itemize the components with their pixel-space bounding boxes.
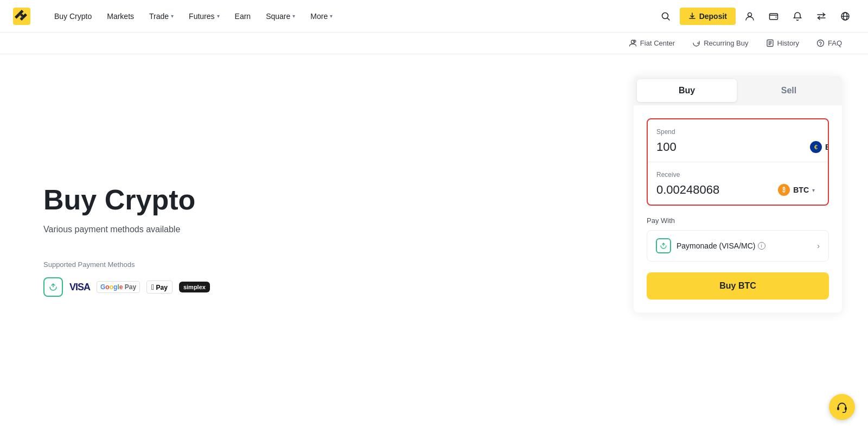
chat-button[interactable] <box>829 394 855 420</box>
nav-trade[interactable]: Trade ▾ <box>143 8 180 25</box>
nav-earn[interactable]: Earn <box>228 8 258 25</box>
page-title: Buy Crypto <box>43 184 564 217</box>
btc-currency-selector[interactable]: ₿ BTC ▾ <box>774 182 819 198</box>
widget-body: Spend € EUR ▾ Receive <box>634 105 842 313</box>
faq-icon <box>816 39 825 47</box>
svg-point-10 <box>817 40 824 47</box>
transfer-icon <box>816 11 826 21</box>
svg-point-11 <box>820 44 821 45</box>
faq-link[interactable]: FAQ <box>816 39 842 47</box>
btc-label: BTC <box>793 186 809 194</box>
spend-row: € EUR ▾ <box>656 139 819 155</box>
logo[interactable] <box>13 8 30 25</box>
profile-button[interactable] <box>740 7 760 26</box>
search-icon <box>661 11 671 21</box>
nav-links: Buy Crypto Markets Trade ▾ Futures ▾ Ear… <box>48 8 656 25</box>
navbar: Buy Crypto Markets Trade ▾ Futures ▾ Ear… <box>0 0 868 33</box>
bell-icon <box>793 11 802 21</box>
nav-more[interactable]: More ▾ <box>304 8 339 25</box>
visa-icon: VISA <box>69 278 90 296</box>
secondary-nav: Fiat Center Recurring Buy History FAQ <box>0 33 868 54</box>
recurring-buy-link[interactable]: Recurring Buy <box>692 39 748 47</box>
svg-rect-3 <box>770 14 778 20</box>
fiat-center-link[interactable]: Fiat Center <box>629 39 675 47</box>
buy-sell-widget: Buy Sell Spend € <box>634 76 842 313</box>
payment-method-left: Paymonade (VISA/MC) i <box>656 238 765 253</box>
headset-icon <box>836 401 848 413</box>
payment-methods-label: Supported Payment Methods <box>43 260 564 269</box>
svg-point-1 <box>662 12 668 18</box>
nav-buy-crypto[interactable]: Buy Crypto <box>48 8 98 25</box>
spend-label: Spend <box>656 128 819 136</box>
svg-point-4 <box>776 16 777 17</box>
widget-section: Buy Sell Spend € <box>608 54 868 426</box>
more-chevron-icon: ▾ <box>330 13 333 19</box>
info-icon[interactable]: i <box>758 242 765 250</box>
globe-icon <box>840 11 850 21</box>
hero-subtitle: Various payment methods available <box>43 225 564 234</box>
fiat-center-icon <box>629 39 637 47</box>
widget-tabs: Buy Sell <box>634 76 842 105</box>
main-content: Buy Crypto Various payment methods avail… <box>0 54 868 426</box>
payment-method-arrow-icon: › <box>817 241 820 250</box>
paymonade-pay-icon <box>656 238 671 253</box>
svg-rect-12 <box>837 407 839 410</box>
spend-input[interactable] <box>656 140 806 154</box>
simplex-icon: simplex <box>179 278 210 296</box>
receive-label: Receive <box>656 171 819 179</box>
language-button[interactable] <box>835 7 855 26</box>
history-link[interactable]: History <box>766 39 799 47</box>
buy-button[interactable]: Buy BTC <box>647 272 829 300</box>
trade-chevron-icon: ▾ <box>171 13 174 19</box>
notifications-button[interactable] <box>788 7 807 26</box>
spend-field: Spend € EUR ▾ <box>648 119 828 162</box>
svg-point-14 <box>843 412 844 413</box>
tab-sell[interactable]: Sell <box>739 79 839 102</box>
wallet-button[interactable] <box>764 7 783 26</box>
eur-currency-selector[interactable]: € EUR ▾ <box>806 139 829 155</box>
wallet-icon <box>769 11 778 21</box>
square-chevron-icon: ▾ <box>292 13 295 19</box>
paymonade-icon <box>43 277 63 297</box>
history-icon <box>766 39 774 47</box>
recurring-icon <box>692 39 700 47</box>
eur-label: EUR <box>825 143 829 151</box>
applepay-icon:  Pay <box>146 278 173 296</box>
exchange-box: Spend € EUR ▾ Receive <box>647 118 829 206</box>
pay-with-section: Pay With Paymonade (VISA/MC) i <box>647 217 829 262</box>
svg-rect-13 <box>845 407 847 410</box>
receive-row: 0.00248068 ₿ BTC ▾ <box>656 182 819 198</box>
nav-actions: Deposit <box>656 7 855 26</box>
transfer-button[interactable] <box>812 7 831 26</box>
download-icon <box>688 12 696 20</box>
pay-with-label: Pay With <box>647 217 829 225</box>
eur-icon: € <box>810 141 822 153</box>
payment-method-option[interactable]: Paymonade (VISA/MC) i › <box>647 230 829 262</box>
deposit-button[interactable]: Deposit <box>680 8 736 25</box>
receive-field: Receive 0.00248068 ₿ BTC ▾ <box>648 162 828 205</box>
payment-icons: VISA Google Pay  Pay simplex <box>43 277 564 297</box>
profile-icon <box>745 11 755 21</box>
tab-buy[interactable]: Buy <box>637 79 737 102</box>
nav-markets[interactable]: Markets <box>100 8 141 25</box>
btc-chevron-icon: ▾ <box>812 187 815 193</box>
payment-method-name: Paymonade (VISA/MC) i <box>676 241 765 250</box>
hero-section: Buy Crypto Various payment methods avail… <box>0 54 608 426</box>
gpay-icon: Google Pay <box>97 278 140 296</box>
binance-logo-icon <box>13 8 30 25</box>
svg-point-2 <box>748 12 752 16</box>
search-button[interactable] <box>656 7 675 26</box>
futures-chevron-icon: ▾ <box>217 13 220 19</box>
receive-amount: 0.00248068 <box>656 183 774 197</box>
btc-icon: ₿ <box>778 184 790 196</box>
nav-futures[interactable]: Futures ▾ <box>182 8 226 25</box>
nav-square[interactable]: Square ▾ <box>259 8 302 25</box>
